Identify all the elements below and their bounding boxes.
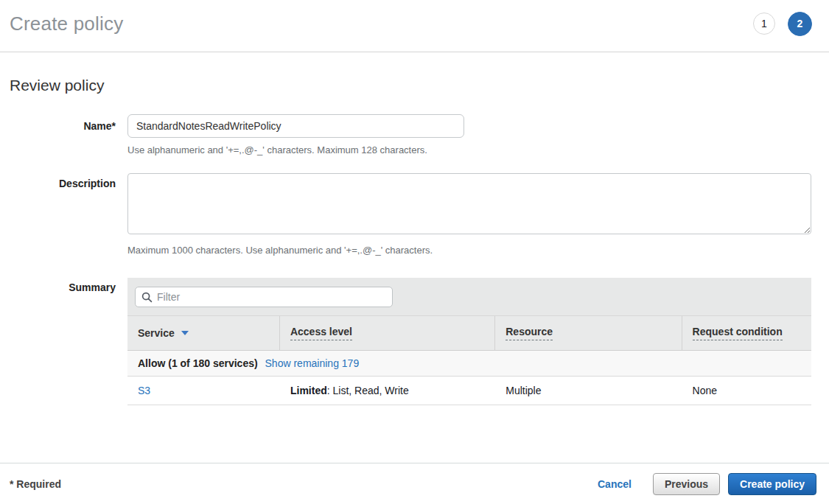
policy-name-input[interactable]	[127, 114, 464, 138]
filter-box[interactable]	[135, 287, 393, 307]
summary-label: Summary	[0, 278, 116, 405]
column-header-service[interactable]: Service	[127, 316, 280, 350]
access-level-column-label: Access level	[290, 326, 352, 340]
policy-description-textarea[interactable]	[127, 173, 811, 234]
service-column-label: Service	[138, 327, 175, 339]
review-form: Name* Use alphanumeric and '+=,.@-_' cha…	[0, 114, 829, 405]
resource-column-label: Resource	[506, 326, 553, 340]
summary-row: Summary Service	[0, 278, 811, 405]
step-2-indicator[interactable]: 2	[788, 12, 812, 36]
footer-bar: * Required Cancel Previous Create policy	[0, 463, 829, 504]
allow-group-row: Allow (1 of 180 services) Show remaining…	[127, 351, 811, 377]
summary-table: Service Access level Resource Request co…	[127, 278, 811, 405]
allow-group-text: Allow (1 of 180 services)	[138, 357, 258, 369]
service-cell: S3	[127, 377, 280, 405]
name-label: Name*	[0, 114, 116, 155]
column-header-resource[interactable]: Resource	[495, 316, 682, 350]
access-level-cell: Limited: List, Read, Write	[280, 377, 495, 405]
column-header-request-condition[interactable]: Request condition	[682, 316, 811, 350]
summary-table-header: Service Access level Resource Request co…	[127, 315, 811, 351]
description-help-text: Maximum 1000 characters. Use alphanumeri…	[127, 245, 811, 256]
sort-descending-icon	[181, 331, 189, 335]
wizard-steps: 1 2	[753, 12, 812, 36]
page-title: Create policy	[10, 13, 123, 35]
footer-actions: Cancel Previous Create policy	[598, 473, 816, 495]
step-1-indicator[interactable]: 1	[753, 13, 775, 35]
section-heading: Review policy	[10, 77, 829, 94]
access-level-rest: : List, Read, Write	[327, 385, 409, 396]
previous-button[interactable]: Previous	[653, 473, 720, 495]
search-icon	[141, 292, 153, 303]
name-row: Name* Use alphanumeric and '+=,.@-_' cha…	[0, 114, 811, 155]
request-condition-cell: None	[682, 377, 811, 405]
access-level-bold: Limited	[290, 385, 327, 396]
resource-cell: Multiple	[495, 377, 682, 405]
description-label: Description	[0, 173, 116, 256]
description-field-area: Maximum 1000 characters. Use alphanumeri…	[127, 173, 811, 256]
request-condition-column-label: Request condition	[693, 326, 783, 340]
table-row: S3 Limited: List, Read, Write Multiple N…	[127, 377, 811, 405]
name-field-area: Use alphanumeric and '+=,.@-_' character…	[127, 114, 811, 155]
cancel-button[interactable]: Cancel	[598, 478, 632, 490]
create-policy-button[interactable]: Create policy	[728, 473, 816, 495]
top-bar: Create policy 1 2	[0, 0, 829, 52]
required-note: * Required	[10, 478, 61, 490]
description-row: Description Maximum 1000 characters. Use…	[0, 173, 811, 256]
s3-service-link[interactable]: S3	[138, 385, 150, 396]
show-remaining-link[interactable]: Show remaining 179	[265, 357, 360, 369]
summary-table-toolbar	[127, 278, 811, 315]
create-policy-page: Create policy 1 2 Review policy Name* Us…	[0, 0, 829, 504]
name-help-text: Use alphanumeric and '+=,.@-_' character…	[127, 144, 811, 155]
column-header-access-level[interactable]: Access level	[280, 316, 495, 350]
filter-input[interactable]	[157, 291, 386, 303]
